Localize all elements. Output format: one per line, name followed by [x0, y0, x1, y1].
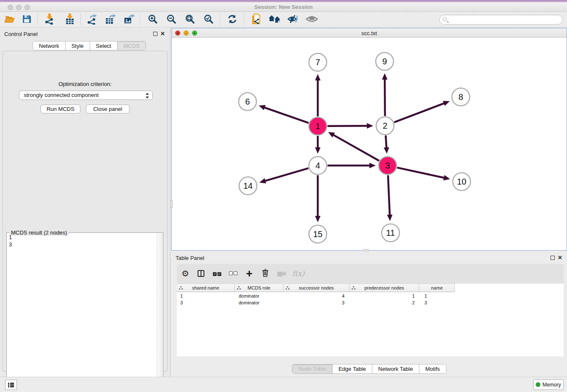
tab-network-table[interactable]: Network Table — [372, 364, 419, 373]
table-panel-float-button[interactable] — [550, 256, 555, 260]
criterion-dropdown-value: strongly connected component — [24, 92, 99, 98]
control-panel-float-button[interactable] — [153, 32, 157, 36]
task-history-button[interactable] — [5, 380, 17, 390]
graph-edge-3-10[interactable] — [397, 168, 450, 180]
graph-node-8[interactable]: 8 — [452, 88, 470, 106]
graph-edge-2-9[interactable] — [382, 73, 388, 116]
table-tabs-bar: Node TableEdge TableNetwork TableMotifs — [171, 364, 567, 374]
horizontal-splitter-handle[interactable] — [363, 249, 369, 251]
result-item[interactable]: 3 — [7, 241, 156, 248]
table-settings-button[interactable]: ⚙ — [179, 268, 192, 279]
column-header-MCDS-role[interactable]: MCDS role — [235, 284, 284, 292]
graph-node-10[interactable]: 10 — [453, 173, 471, 190]
cell-shared-name[interactable]: 1 — [177, 293, 235, 299]
column-header-label: successor nodes — [299, 285, 334, 290]
graph-node-14[interactable]: 14 — [239, 177, 257, 195]
cell-shared-name[interactable]: 3 — [177, 300, 235, 306]
graph-edge-1-4[interactable] — [315, 136, 321, 154]
select-all-button[interactable]: ✓✓ — [211, 268, 223, 279]
save-session-button[interactable] — [19, 13, 34, 26]
memory-button[interactable]: Memory — [533, 379, 564, 390]
graph-edge-4-3[interactable] — [328, 163, 376, 168]
deselect-all-button[interactable] — [227, 268, 239, 279]
run-mcds-button[interactable]: Run MCDS — [41, 105, 80, 113]
graph-edge-3-1[interactable] — [328, 132, 379, 161]
tab-edge-table[interactable]: Edge Table — [333, 364, 372, 373]
result-scrollbar[interactable] — [157, 233, 162, 392]
app-titlebar: Session: New Session — [0, 0, 567, 12]
cell-MCDS-role[interactable]: dominator — [235, 293, 284, 299]
hide-panels-button[interactable] — [286, 13, 300, 26]
toolbar-search-input[interactable] — [439, 15, 563, 25]
graph-node-6[interactable]: 6 — [239, 93, 256, 110]
result-item[interactable]: 1 — [7, 234, 156, 241]
tab-select[interactable]: Select — [90, 41, 118, 50]
import-network-button[interactable] — [42, 13, 57, 26]
refresh-button[interactable] — [225, 13, 239, 26]
graph-node-9[interactable]: 9 — [376, 52, 394, 70]
graph-node-7[interactable]: 7 — [309, 53, 327, 71]
network-window-titlebar[interactable]: ✕ − + scc.txt — [172, 28, 567, 38]
graph-node-3[interactable]: 3 — [379, 157, 396, 174]
cell-name[interactable]: 3 — [421, 300, 457, 306]
graph-edge-4-14[interactable] — [259, 168, 308, 183]
cell-MCDS-role[interactable]: dominator — [235, 300, 284, 306]
graph-edge-2-8[interactable] — [394, 101, 450, 122]
table-header-row: shared nameMCDS rolesuccessor nodesprede… — [177, 284, 455, 292]
graph-node-15[interactable]: 15 — [309, 225, 327, 243]
show-panels-button[interactable] — [305, 13, 319, 26]
column-type-icon — [286, 286, 290, 290]
export-network-button[interactable] — [85, 13, 99, 26]
delete-table-button[interactable]: ▦⊗ — [275, 268, 288, 279]
table-row[interactable]: 3dominator323 — [177, 299, 564, 306]
network-canvas[interactable]: 7968124314101511 — [172, 38, 567, 250]
graph-node-2[interactable]: 2 — [376, 117, 394, 135]
open-session-button[interactable] — [3, 13, 17, 26]
zoom-selected-button[interactable] — [201, 13, 216, 26]
cell-predecessor-nodes[interactable]: 2 — [351, 300, 421, 306]
cell-successor-nodes[interactable]: 3 — [284, 300, 350, 306]
cell-successor-nodes[interactable]: 4 — [284, 293, 350, 299]
graph-edge-1-7[interactable] — [315, 74, 321, 116]
graph-node-11[interactable]: 11 — [382, 224, 399, 242]
export-table-button[interactable] — [103, 13, 118, 26]
share-document-button[interactable] — [249, 13, 263, 26]
tab-node-table[interactable]: Node Table — [292, 364, 333, 373]
graph-edge-2-3[interactable] — [384, 135, 389, 154]
zoom-fit-button[interactable] — [183, 13, 197, 26]
graph-edge-1-6[interactable] — [259, 105, 308, 123]
tab-motifs[interactable]: Motifs — [419, 364, 446, 373]
refresh-icon — [227, 14, 237, 25]
zoom-out-button[interactable] — [164, 13, 179, 26]
graph-edge-3-11[interactable] — [387, 175, 393, 221]
function-builder-button[interactable]: f(x) — [292, 268, 305, 279]
cell-predecessor-nodes[interactable]: 1 — [351, 293, 421, 299]
delete-column-button[interactable] — [259, 268, 272, 279]
tab-mcds[interactable]: MCDS — [118, 41, 146, 50]
control-panel-tabs: NetworkStyleSelectMCDS — [33, 41, 146, 50]
graph-edge-4-15[interactable] — [315, 175, 321, 222]
control-panel: Control Panel ✕ NetworkStyleSelectMCDS O… — [0, 28, 171, 377]
control-panel-close-button[interactable]: ✕ — [160, 30, 165, 37]
graph-edge-1-2[interactable] — [328, 123, 373, 129]
criterion-dropdown[interactable]: strongly connected component — [19, 91, 153, 100]
column-header-successor-nodes[interactable]: successor nodes — [284, 284, 350, 292]
home-button[interactable] — [267, 13, 282, 26]
export-image-button[interactable] — [122, 13, 136, 26]
graph-node-4[interactable]: 4 — [309, 157, 327, 174]
zoom-in-button[interactable] — [146, 13, 160, 26]
cell-name[interactable]: 1 — [421, 293, 457, 299]
show-columns-button[interactable] — [195, 268, 207, 279]
column-header-shared-name[interactable]: shared name — [177, 284, 235, 292]
tab-network[interactable]: Network — [33, 41, 66, 50]
column-header-name[interactable]: name — [419, 284, 455, 292]
tab-style[interactable]: Style — [66, 41, 90, 50]
vertical-splitter-handle[interactable] — [170, 200, 173, 208]
add-column-button[interactable]: + — [243, 268, 256, 279]
import-table-button[interactable] — [63, 13, 77, 26]
table-panel-close-button[interactable]: ✕ — [558, 254, 562, 261]
table-row[interactable]: 1dominator411 — [177, 293, 564, 299]
close-panel-button[interactable]: Close panel — [86, 105, 129, 113]
column-header-predecessor-nodes[interactable]: predecessor nodes — [350, 284, 419, 292]
graph-node-1[interactable]: 1 — [309, 117, 327, 135]
